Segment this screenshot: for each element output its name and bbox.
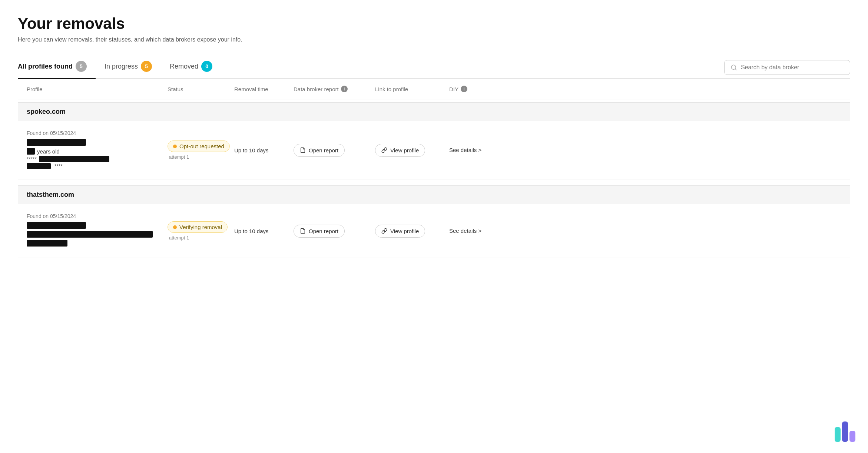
broker-section-thatsthem: thatsthem.com	[18, 185, 850, 204]
redacted-age-block	[27, 148, 35, 155]
removal-time-thatsthem-1: Up to 10 days	[234, 228, 294, 234]
redacted-address-2	[27, 240, 67, 247]
link-cell-thatsthem-1: View profile	[375, 225, 449, 238]
see-details-link[interactable]: See details >	[449, 228, 481, 234]
page-title: Your removals	[18, 15, 850, 33]
profile-address-1: *****	[27, 156, 168, 162]
diy-cell-thatsthem-1: See details >	[449, 228, 494, 234]
see-details-link[interactable]: See details >	[449, 147, 481, 153]
status-cell-spokeo-1: Opt-out requested attempt 1	[168, 140, 234, 160]
diy-cell-spokeo-1: See details >	[449, 147, 494, 153]
found-date: Found on 05/15/2024	[27, 130, 168, 136]
attempt-text: attempt 1	[168, 154, 234, 160]
table-header: Profile Status Removal time Data broker …	[18, 79, 850, 99]
redacted-addr2a	[27, 163, 51, 169]
found-date: Found on 05/15/2024	[27, 213, 168, 219]
status-badge: Opt-out requested	[168, 140, 230, 152]
col-profile: Profile	[27, 86, 168, 92]
status-cell-thatsthem-1: Verifying removal attempt 1	[168, 221, 234, 241]
tab-in-progress[interactable]: In progress 5	[96, 56, 161, 79]
view-profile-button[interactable]: View profile	[375, 144, 425, 157]
tab-removed[interactable]: Removed 0	[161, 56, 221, 79]
col-removal-time: Removal time	[234, 86, 294, 92]
document-icon	[300, 228, 306, 234]
tab-inprogress-label: In progress	[105, 63, 138, 70]
report-cell-thatsthem-1: Open report	[294, 225, 375, 238]
document-icon	[300, 147, 306, 153]
profile-address-2: ****	[27, 163, 168, 169]
status-dot	[173, 225, 177, 229]
search-input[interactable]	[741, 64, 844, 71]
col-link-to-profile: Link to profile	[375, 86, 449, 92]
redacted-addr1	[39, 156, 109, 162]
redacted-name	[27, 222, 86, 229]
link-icon	[381, 147, 387, 153]
table-row: Found on 05/15/2024 Verifying removal at…	[18, 204, 850, 258]
logo-bar-3	[849, 431, 855, 442]
status-badge: Verifying removal	[168, 221, 228, 233]
profile-cell-spokeo-1: Found on 05/15/2024 years old ***** ****	[27, 130, 168, 170]
data-broker-report-info-icon[interactable]: i	[341, 86, 348, 92]
profile-age: years old	[27, 148, 168, 155]
view-profile-button[interactable]: View profile	[375, 225, 425, 238]
open-report-button[interactable]: Open report	[294, 144, 345, 157]
redacted-name	[27, 139, 86, 146]
page-subtitle: Here you can view removals, their status…	[18, 36, 850, 43]
open-report-button[interactable]: Open report	[294, 225, 345, 238]
tab-inprogress-badge: 5	[141, 61, 152, 72]
tab-removed-label: Removed	[170, 63, 198, 70]
search-box[interactable]	[724, 60, 850, 75]
tab-all-label: All profiles found	[18, 63, 73, 70]
status-dot	[173, 145, 177, 148]
report-cell-spokeo-1: Open report	[294, 144, 375, 157]
col-data-broker-report: Data broker report i	[294, 86, 375, 92]
redacted-address-1	[27, 231, 153, 238]
svg-line-1	[735, 69, 736, 70]
logo-bar-2	[842, 421, 848, 442]
profile-cell-thatsthem-1: Found on 05/15/2024	[27, 213, 168, 249]
tabs-row: All profiles found 5 In progress 5 Remov…	[18, 56, 850, 79]
attempt-text: attempt 1	[168, 235, 234, 241]
logo-widget	[835, 420, 857, 442]
tab-all-badge: 5	[76, 61, 87, 72]
diy-info-icon[interactable]: i	[461, 86, 467, 92]
link-cell-spokeo-1: View profile	[375, 144, 449, 157]
search-icon	[730, 64, 737, 71]
logo-bars	[835, 420, 857, 442]
removal-time-spokeo-1: Up to 10 days	[234, 147, 294, 153]
table-row: Found on 05/15/2024 years old ***** ****…	[18, 121, 850, 179]
link-icon	[381, 228, 387, 234]
tabs-container: All profiles found 5 In progress 5 Remov…	[18, 56, 221, 78]
broker-section-spokeo: spokeo.com	[18, 102, 850, 121]
logo-bar-1	[835, 427, 841, 442]
tab-removed-badge: 0	[201, 61, 212, 72]
tab-all-profiles[interactable]: All profiles found 5	[18, 56, 96, 79]
col-diy: DIY i	[449, 86, 494, 92]
col-status: Status	[168, 86, 234, 92]
